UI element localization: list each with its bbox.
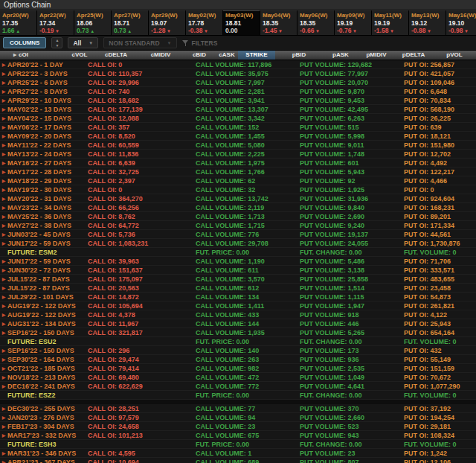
expiration-row[interactable]: ▶APR25'22 - 6 DAYSCALL OI: 29,996CALL VO… bbox=[0, 78, 476, 87]
expiration-row[interactable]: ▶APR22'22 - 3 DAYSCALL OI: 110,357CALL V… bbox=[0, 69, 476, 78]
expiration-tab-apr27w[interactable]: Apr27(W)18.710.73 ▲ bbox=[112, 10, 149, 35]
row-expander-icon[interactable]: ▶ bbox=[0, 431, 7, 440]
expiration-tab-may02w[interactable]: May02(W)17.78-0.38 ▼ bbox=[186, 10, 223, 35]
expiration-row[interactable]: ▶MAY16'22 - 27 DAYSCALL OI: 6,639CALL VO… bbox=[0, 159, 476, 167]
row-expander-icon[interactable]: ▶ bbox=[0, 230, 7, 239]
stepper-down-icon[interactable]: ▼ bbox=[52, 43, 62, 48]
expiration-row[interactable]: ▶MAY02'22 - 13 DAYSCALL OI: 177,139CALL … bbox=[0, 105, 476, 114]
row-expander-icon[interactable]: ▶ bbox=[0, 60, 7, 69]
future-row[interactable]: FUTURE: ESH3FUT. PRICE: 0.00FUT. CHANGE:… bbox=[0, 440, 476, 449]
row-expander-icon[interactable]: ▶ bbox=[0, 404, 7, 413]
row-expander-icon[interactable]: ▶ bbox=[0, 275, 7, 284]
expiration-row[interactable]: ▶JUN17'22 - 59 DAYSCALL OI: 39,963CALL V… bbox=[0, 257, 476, 266]
expiration-row[interactable]: ▶APR29'22 - 10 DAYSCALL OI: 18,682CALL V… bbox=[0, 96, 476, 105]
expiration-row[interactable]: ▶SEP16'22 - 150 DAYSCALL OI: 296CALL VOL… bbox=[0, 346, 476, 355]
expiration-row[interactable]: ▶MAY17'22 - 28 DAYSCALL OI: 32,725CALL V… bbox=[0, 167, 476, 176]
non-standard-dropdown[interactable]: NON STANDARD ▼ bbox=[103, 37, 176, 48]
row-expander-icon[interactable]: ▶ bbox=[0, 413, 7, 422]
row-expander-icon[interactable]: ▶ bbox=[0, 422, 7, 431]
column-header-pbid[interactable]: pBID bbox=[275, 51, 323, 60]
expiration-row[interactable]: ▶MAY20'22 - 31 DAYSCALL OI: 364,270CALL … bbox=[0, 194, 476, 203]
expiration-tab-apr20w[interactable]: Apr20(W)17.351.66 ▲ bbox=[0, 10, 37, 35]
column-header-cbid[interactable]: cBID bbox=[183, 51, 216, 60]
row-expander-icon[interactable]: ▶ bbox=[0, 293, 7, 301]
row-expander-icon[interactable]: ▶ bbox=[0, 319, 7, 328]
expiration-tab-apr22w[interactable]: Apr22(W)17.34-0.19 ▼ bbox=[37, 10, 74, 35]
expiration-row[interactable]: ▶AUG31'22 - 134 DAYSCALL OI: 11,967CALL … bbox=[0, 319, 476, 328]
column-header-cask[interactable]: cASK bbox=[216, 51, 238, 60]
row-expander-icon[interactable]: ▶ bbox=[0, 346, 7, 355]
expiration-row[interactable]: ▶MAY25'22 - 36 DAYSCALL OI: 8,762CALL VO… bbox=[0, 212, 476, 221]
row-expander-icon[interactable]: ▶ bbox=[0, 96, 7, 105]
expiration-tab-may13w[interactable]: May13(W)19.12-0.88 ▼ bbox=[409, 10, 446, 35]
row-expander-icon[interactable]: ▶ bbox=[0, 458, 7, 463]
row-expander-icon[interactable]: ▶ bbox=[0, 167, 7, 176]
row-expander-icon[interactable]: ▶ bbox=[0, 176, 7, 185]
row-expander-icon[interactable]: ▶ bbox=[0, 449, 7, 458]
row-expander-icon[interactable]: ▶ bbox=[0, 78, 7, 87]
row-expander-icon[interactable]: ▶ bbox=[0, 114, 7, 123]
row-expander-icon[interactable]: ▶ bbox=[0, 284, 7, 293]
row-expander-icon[interactable]: ▶ bbox=[0, 373, 7, 382]
future-row[interactable]: FUTURE: ESU2FUT. PRICE: 0.00FUT. CHANGE:… bbox=[0, 337, 476, 346]
row-expander-icon[interactable]: ▶ bbox=[0, 87, 7, 96]
row-expander-icon[interactable]: ▶ bbox=[0, 266, 7, 275]
expiration-row[interactable]: ▶JUN17'22 - 59 DAYSCALL OI: 1,083,231CAL… bbox=[0, 239, 476, 248]
expiration-tab-may16w[interactable]: May16(W)19.10-0.98 ▼ bbox=[446, 10, 476, 35]
expiration-row[interactable]: ▶MAR31'23 - 346 DAYSCALL OI: 4,595CALL V… bbox=[0, 449, 476, 458]
column-header-cmidiv[interactable]: cMIDIV bbox=[138, 51, 183, 60]
expiration-row[interactable]: ▶NOV18'22 - 213 DAYSCALL OI: 69,480CALL … bbox=[0, 373, 476, 382]
row-expander-icon[interactable]: ▶ bbox=[0, 301, 7, 310]
row-expander-icon[interactable]: ▶ bbox=[0, 132, 7, 141]
column-header-cdelta[interactable]: cDELTA bbox=[94, 51, 138, 60]
expiration-row[interactable]: ▶MAY11'22 - 22 DAYSCALL OI: 60,559CALL V… bbox=[0, 141, 476, 150]
expand-all-icon[interactable]: ▸ bbox=[13, 51, 16, 58]
expiration-row[interactable]: ▶JUN03'22 - 45 DAYSCALL OI: 5,736CALL VO… bbox=[0, 230, 476, 239]
row-expander-icon[interactable]: ▶ bbox=[0, 212, 7, 221]
row-expander-icon[interactable]: ▶ bbox=[0, 364, 7, 373]
expiration-row[interactable]: ▶APR20'22 - 1 DAYCALL OI: 0CALL VOLUME: … bbox=[0, 60, 476, 69]
expiration-row[interactable]: ▶SEP30'22 - 164 DAYSCALL OI: 29,474CALL … bbox=[0, 355, 476, 364]
expiration-row[interactable]: ▶OCT21'22 - 185 DAYSCALL OI: 79,414CALL … bbox=[0, 364, 476, 373]
expiration-tab-may06w[interactable]: May06(W)18.35-0.66 ▼ bbox=[298, 10, 335, 35]
row-expander-icon[interactable]: ▶ bbox=[0, 382, 7, 391]
expiration-tab-may11w[interactable]: May11(W)19.19-1.58 ▼ bbox=[372, 10, 409, 35]
row-expander-icon[interactable]: ▶ bbox=[0, 257, 7, 266]
expiration-row[interactable]: ▶SEP16'22 - 150 DAYSCALL OI: 321,817CALL… bbox=[0, 328, 476, 337]
future-row[interactable]: FUTURE: ESZ2FUT. PRICE: 0.00FUT. CHANGE:… bbox=[0, 391, 476, 400]
expiration-row[interactable]: ▶MAY27'22 - 38 DAYSCALL OI: 64,772CALL V… bbox=[0, 221, 476, 230]
expiration-row[interactable]: ▶MAY13'22 - 24 DAYSCALL OI: 11,836CALL V… bbox=[0, 150, 476, 159]
expiration-tab-may04w[interactable]: May04(W)18.35-1.45 ▼ bbox=[260, 10, 298, 35]
future-row[interactable]: FUTURE: ESM2FUT. PRICE: 0.00FUT. CHANGE:… bbox=[0, 248, 476, 257]
expiration-tab-apr29w[interactable]: Apr29(W)19.07-1.28 ▼ bbox=[149, 10, 186, 35]
expiration-row[interactable]: ▶FEB17'23 - 304 DAYSCALL OI: 24,658CALL … bbox=[0, 422, 476, 431]
row-expander-icon[interactable]: ▶ bbox=[0, 203, 7, 212]
row-expander-icon[interactable]: ▶ bbox=[0, 150, 7, 159]
expiration-row[interactable]: ▶JAN20'23 - 276 DAYSCALL OI: 97,579CALL … bbox=[0, 413, 476, 422]
expiration-row[interactable]: ▶MAY04'22 - 15 DAYSCALL OI: 12,088CALL V… bbox=[0, 114, 476, 123]
row-expander-icon[interactable]: ▶ bbox=[0, 221, 7, 230]
column-header-pvol[interactable]: pVOL bbox=[433, 51, 476, 60]
row-expander-icon[interactable]: ▶ bbox=[0, 355, 7, 364]
columns-button[interactable]: COLUMNS bbox=[3, 37, 46, 48]
expiration-row[interactable]: ▶MAY09'22 - 20 DAYSCALL OI: 8,520CALL VO… bbox=[0, 132, 476, 141]
row-expander-icon[interactable]: ▶ bbox=[0, 185, 7, 194]
expand-collapse-stepper[interactable]: ▲ ▼ bbox=[51, 37, 62, 48]
expiration-row[interactable]: ▶JUL29'22 - 101 DAYSCALL OI: 14,872CALL … bbox=[0, 293, 476, 301]
expiration-tab-may09w[interactable]: May09(W)19.19-0.76 ▼ bbox=[335, 10, 372, 35]
row-expander-icon[interactable]: ▶ bbox=[0, 239, 7, 248]
expiration-row[interactable]: ▶MAY19'22 - 30 DAYSCALL OI: 0CALL VOLUME… bbox=[0, 185, 476, 194]
expiration-row[interactable]: ▶APR21'23 - 367 DAYSCALL OI: 10,694CALL … bbox=[0, 458, 476, 463]
row-expander-icon[interactable]: ▶ bbox=[0, 141, 7, 150]
expiration-tab-apr25w[interactable]: Apr25(W)18.060.73 ▲ bbox=[74, 10, 112, 35]
expiration-row[interactable]: ▶MAY23'22 - 34 DAYSCALL OI: 66,256CALL V… bbox=[0, 203, 476, 212]
expiration-row[interactable]: ▶APR27'22 - 8 DAYSCALL OI: 740CALL VOLUM… bbox=[0, 87, 476, 96]
expiration-tab-may03w[interactable]: May03(W)18.810.00 bbox=[223, 10, 260, 35]
column-header-coi[interactable]: ▸cOI bbox=[0, 51, 65, 60]
row-expander-icon[interactable]: ▶ bbox=[0, 194, 7, 203]
expiration-row[interactable]: ▶DEC30'22 - 255 DAYSCALL OI: 28,251CALL … bbox=[0, 404, 476, 413]
expiration-row[interactable]: ▶DEC16'22 - 241 DAYSCALL OI: 622,629CALL… bbox=[0, 382, 476, 391]
expiration-row[interactable]: ▶AUG19'22 - 122 DAYSCALL OI: 4,378CALL V… bbox=[0, 310, 476, 319]
expiration-row[interactable]: ▶MAY18'22 - 29 DAYSCALL OI: 2,397CALL VO… bbox=[0, 176, 476, 185]
expiration-row[interactable]: ▶JUL15'22 - 87 DAYSCALL OI: 175,097CALL … bbox=[0, 275, 476, 284]
